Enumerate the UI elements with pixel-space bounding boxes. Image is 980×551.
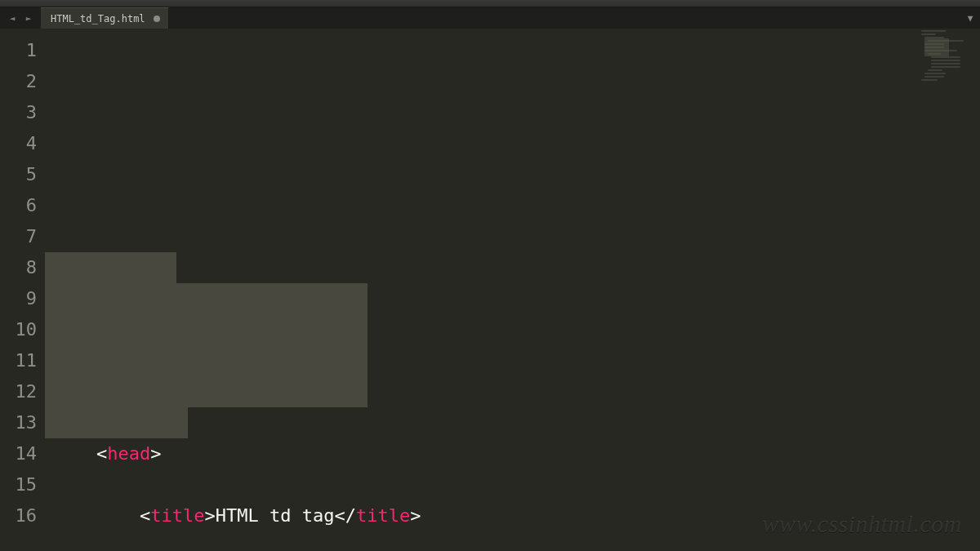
line-number: 11 [0, 345, 37, 376]
line-number: 3 [0, 97, 37, 128]
line-number-gutter: 1 2 3 4 5 6 7 8 9 10 11 12 13 14 15 16 [0, 29, 45, 551]
window-top-bar [0, 0, 980, 7]
line-number: 5 [0, 159, 37, 190]
line-number: 16 [0, 500, 37, 531]
code-area[interactable]: <!DOCTYPE html> <html> <head> <title>HTM… [45, 29, 980, 551]
line-number: 13 [0, 407, 37, 438]
line-number: 4 [0, 128, 37, 159]
tab-dropdown-icon[interactable]: ▼ [960, 7, 980, 29]
tab-nav-left-icon[interactable]: ◄ [5, 13, 20, 24]
code-line: <html> [53, 376, 980, 407]
tab-bar: ◄ ► HTML_td_Tag.html ▼ [0, 7, 980, 29]
line-number: 14 [0, 438, 37, 469]
tab-label: HTML_td_Tag.html [51, 13, 145, 24]
code-line: <head> [53, 438, 980, 469]
line-number: 9 [0, 283, 37, 314]
line-number: 2 [0, 66, 37, 97]
watermark-text: www.cssinhtml.com [762, 510, 962, 538]
line-number: 10 [0, 314, 37, 345]
code-line: <!DOCTYPE html> [53, 314, 980, 345]
line-number: 12 [0, 376, 37, 407]
unsaved-indicator-icon [154, 16, 160, 22]
line-number: 7 [0, 221, 37, 252]
line-number: 1 [0, 35, 37, 66]
line-number: 6 [0, 190, 37, 221]
tab-nav-right-icon[interactable]: ► [21, 13, 36, 24]
file-tab[interactable]: HTML_td_Tag.html [41, 7, 169, 29]
line-number: 8 [0, 252, 37, 283]
editor[interactable]: 1 2 3 4 5 6 7 8 9 10 11 12 13 14 15 16 <… [0, 29, 980, 551]
line-number: 15 [0, 469, 37, 500]
